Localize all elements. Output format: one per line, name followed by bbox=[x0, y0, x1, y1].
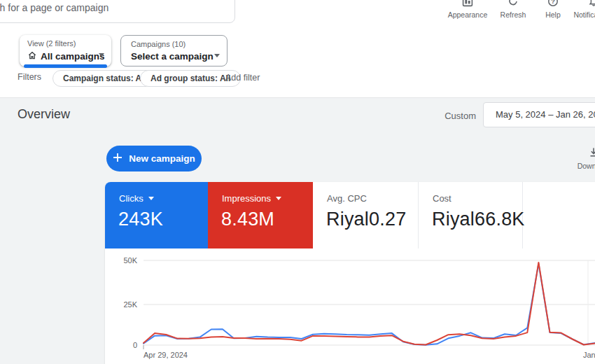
add-filter-button[interactable]: Add filter bbox=[225, 73, 260, 83]
appearance-icon bbox=[462, 0, 473, 9]
chevron-down-icon bbox=[148, 197, 154, 200]
impressions-line-series bbox=[144, 262, 595, 345]
y-tick-50k: 50K bbox=[123, 256, 137, 265]
notifications-icon bbox=[588, 0, 595, 9]
metric-value-impressions: 8.43M bbox=[221, 209, 274, 230]
help-icon: ? bbox=[547, 0, 559, 9]
time-series-chart[interactable]: 50K 25K 0 Apr 29, 2024 Jan bbox=[105, 248, 595, 364]
filters-label: Filters bbox=[18, 72, 41, 82]
download-button[interactable]: Download bbox=[566, 147, 595, 170]
metric-card-clicks[interactable]: Clicks 243K bbox=[105, 182, 208, 248]
metric-card-avg-cpc[interactable]: Avg. CPC Riyal0.27 bbox=[313, 182, 418, 248]
y-tick-0: 0 bbox=[133, 341, 137, 349]
search-placeholder: Search for a page or campaign bbox=[0, 2, 108, 13]
metric-label-impressions: Impressions bbox=[222, 193, 271, 204]
metric-label-avg-cpc: Avg. CPC bbox=[327, 193, 367, 204]
google-ads-overview-page: Search for a page or campaign Appearance… bbox=[0, 0, 595, 364]
metric-label-clicks: Clicks bbox=[119, 193, 144, 204]
notifications-button[interactable]: Notifications bbox=[564, 0, 595, 19]
overview-card: Clicks 243K Impressions 8.43M Avg. CPC R… bbox=[105, 182, 595, 364]
metric-card-cost[interactable]: Cost Riyal66.8K bbox=[418, 182, 523, 248]
page-title: Overview bbox=[18, 107, 70, 122]
new-campaign-label: New campaign bbox=[129, 153, 195, 164]
y-tick-25k: 25K bbox=[123, 300, 137, 309]
chevron-down-icon bbox=[99, 53, 104, 57]
content-area: Overview Custom May 5, 2024 – Jan 26, 20… bbox=[0, 98, 595, 364]
campaign-dropdown-value: Select a campaign bbox=[131, 51, 214, 62]
active-tab-underline bbox=[24, 64, 107, 68]
date-range-picker[interactable]: May 5, 2024 – Jan 26, 2025 bbox=[483, 102, 595, 127]
x-label-end: Jan bbox=[583, 351, 595, 359]
metric-card-impressions[interactable]: Impressions 8.43M bbox=[208, 182, 313, 248]
download-label: Download bbox=[566, 162, 595, 170]
x-label-start: Apr 29, 2024 bbox=[144, 351, 188, 359]
campaign-dropdown-caption: Campaigns (10) bbox=[131, 40, 186, 48]
search-input[interactable]: Search for a page or campaign bbox=[0, 0, 235, 23]
refresh-icon bbox=[507, 0, 519, 9]
view-filter-dropdown[interactable]: View (2 filters) All campaigns bbox=[20, 35, 111, 66]
date-range-mode-label: Custom bbox=[413, 111, 476, 121]
view-dropdown-value: All campaigns bbox=[41, 51, 105, 62]
metric-value-cost: Riyal66.8K bbox=[432, 209, 525, 230]
home-icon bbox=[27, 50, 37, 62]
plus-icon bbox=[113, 153, 122, 164]
download-icon bbox=[588, 148, 595, 160]
chevron-down-icon bbox=[214, 54, 220, 57]
header: Search for a page or campaign Appearance… bbox=[0, 0, 595, 98]
chevron-down-icon bbox=[276, 197, 281, 200]
svg-text:?: ? bbox=[551, 0, 555, 5]
view-dropdown-caption: View (2 filters) bbox=[27, 39, 76, 48]
metric-value-avg-cpc: Riyal0.27 bbox=[326, 209, 406, 230]
new-campaign-button[interactable]: New campaign bbox=[106, 146, 202, 172]
metric-value-clicks: 243K bbox=[118, 209, 163, 230]
notifications-label: Notifications bbox=[564, 10, 595, 19]
campaign-select-dropdown[interactable]: Campaigns (10) Select a campaign bbox=[120, 35, 227, 66]
metric-label-cost: Cost bbox=[433, 193, 451, 204]
